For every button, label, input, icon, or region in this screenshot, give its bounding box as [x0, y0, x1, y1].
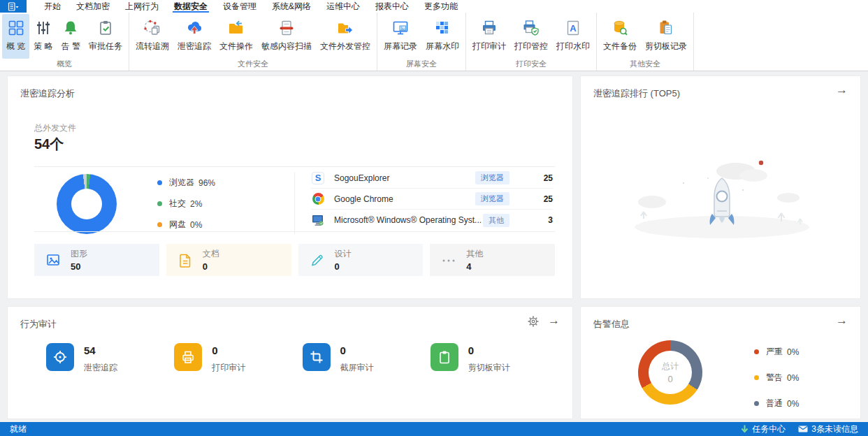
menu-item-web-behavior[interactable]: 上网行为 [117, 0, 166, 13]
app-badge: 其他 [483, 214, 509, 227]
ribbon-button-approval-tasks[interactable]: 审批任务 [85, 14, 126, 59]
legend-item-normal: 普通 0% [754, 398, 799, 409]
stat-print-audit[interactable]: 0 打印审计 [174, 343, 302, 374]
tile-label: 其他 [466, 248, 483, 260]
stat-clipboard-audit[interactable]: 0 剪切板审计 [431, 343, 558, 374]
download-arrow-icon [741, 425, 748, 433]
stat-screen-audit[interactable]: 0 截屏审计 [303, 343, 431, 374]
tile-value: 0 [335, 261, 352, 272]
ribbon-button-print-audit[interactable]: 打印审计 [468, 14, 510, 59]
menubar: 开始 文档加密 上网行为 数据安全 设备管理 系统&网络 运维中心 报表中心 更… [0, 0, 868, 13]
panel-title: 行为审计 [20, 318, 57, 330]
menu-item-ops-center[interactable]: 运维中心 [319, 0, 368, 13]
app-badge: 浏览器 [475, 192, 509, 205]
menu-item-system-network[interactable]: 系统&网络 [264, 0, 319, 13]
watermark-a-icon: A [564, 17, 582, 39]
screen-record-icon [391, 17, 410, 39]
ribbon-button-policy[interactable]: 策 略 [29, 14, 57, 59]
ellipsis-icon [441, 252, 456, 268]
menu-item-more[interactable]: 更多功能 [417, 0, 465, 13]
app-name: Microsoft® Windows® Operating Syst... [334, 215, 483, 225]
ribbon-button-print-control[interactable]: 打印管控 [510, 14, 552, 59]
policy-sliders-icon [34, 17, 52, 39]
legend-item-netdisk: 网盘 0% [157, 219, 215, 231]
stat-label: 打印审计 [212, 362, 245, 374]
app-row-sogou[interactable]: S SogouExplorer 浏览器 25 [311, 168, 553, 189]
ribbon-button-label: 打印审计 [472, 41, 506, 52]
windows-os-icon [311, 214, 325, 226]
unread-messages-button[interactable]: 3条未读信息 [798, 423, 858, 435]
app-row-chrome[interactable]: Google Chrome 浏览器 25 [311, 189, 553, 210]
legend-pct: 0% [190, 220, 202, 230]
sogou-icon: S [311, 172, 325, 184]
ribbon-button-file-ops[interactable]: 文件操作 [215, 14, 257, 59]
ribbon-button-file-outgoing[interactable]: 文件外发管控 [316, 14, 375, 59]
menu-item-start[interactable]: 开始 [36, 0, 68, 13]
menu-item-data-security[interactable]: 数据安全 [166, 0, 215, 13]
arrow-right-icon[interactable]: → [836, 83, 848, 97]
ribbon-button-flow-trace[interactable]: 流转追溯 [131, 14, 173, 59]
task-center-button[interactable]: 任务中心 [741, 423, 786, 435]
ribbon-group-label: 屏幕安全 [379, 59, 463, 72]
ribbon-button-label: 流转追溯 [136, 41, 169, 52]
legend-item-critical: 严重 0% [754, 346, 799, 358]
leak-cloud-icon [185, 17, 203, 39]
tile-graphics[interactable]: 图形 50 [34, 244, 159, 276]
stat-leak-trace[interactable]: 54 泄密追踪 [46, 343, 174, 374]
ribbon-group-label: 其他安全 [599, 59, 691, 72]
tile-other[interactable]: 其他 4 [430, 244, 555, 276]
app-row-windows[interactable]: Microsoft® Windows® Operating Syst... 其他… [311, 210, 553, 231]
legend-dot [754, 375, 759, 380]
arrow-right-icon[interactable]: → [548, 314, 560, 328]
alerts-donut-chart: 总计 0 [638, 340, 702, 405]
legend-pct: 96% [198, 178, 215, 188]
app-menu-button[interactable] [0, 0, 27, 13]
app-window: 开始 文档加密 上网行为 数据安全 设备管理 系统&网络 运维中心 报表中心 更… [0, 0, 868, 436]
ribbon-button-leak-trace[interactable]: 泄密追踪 [173, 14, 215, 59]
app-name: SogouExplorer [334, 173, 475, 183]
pixel-watermark-icon [433, 17, 451, 39]
unread-messages-label: 3条未读信息 [811, 423, 858, 435]
ribbon-button-clipboard-record[interactable]: 剪切板记录 [641, 14, 691, 59]
ribbon-button-screen-watermark[interactable]: 屏幕水印 [421, 14, 463, 59]
app-count: 3 [509, 215, 553, 225]
clipboard-doc-icon [657, 17, 675, 39]
ribbon-button-overview[interactable]: 概 览 [2, 14, 29, 59]
ribbon-button-sensitive-scan[interactable]: 敏感内容扫描 [257, 14, 316, 59]
alert-bell-icon [62, 17, 80, 39]
legend-pct: 0% [787, 399, 799, 409]
ribbon-button-print-watermark[interactable]: A 打印水印 [552, 14, 594, 59]
ribbon: 概 览 策 略 告 警 [0, 13, 868, 71]
ribbon-group-print-security: 打印审计 打印管控 A 打印水印 打印安全 [466, 13, 597, 71]
statusbar: 就绪 任务中心 3条未读信息 [0, 422, 868, 436]
legend-item-warning: 警告 0% [754, 372, 799, 384]
picture-icon [45, 252, 61, 268]
tile-value: 0 [203, 261, 219, 272]
panel-leak-trace-analysis: 泄密追踪分析 总外发文件 54个 浏览器 96% 社交 2% [7, 75, 573, 299]
task-center-label: 任务中心 [752, 423, 786, 435]
total-outgoing-label: 总外发文件 [34, 122, 76, 134]
ribbon-group-overview: 概 览 策 略 告 警 [0, 13, 129, 71]
ribbon-button-alerts[interactable]: 告 警 [57, 14, 85, 59]
approval-clipboard-icon [96, 17, 115, 39]
divider-vertical [294, 173, 295, 234]
menu-item-device-mgmt[interactable]: 设备管理 [215, 0, 264, 13]
tile-label: 设计 [335, 248, 352, 260]
tile-documents[interactable]: 文档 0 [166, 244, 291, 276]
stat-value: 0 [212, 344, 245, 356]
legend-dot [754, 349, 759, 354]
ribbon-button-file-backup[interactable]: 文件备份 [599, 14, 641, 59]
outgoing-app-list: S SogouExplorer 浏览器 25 Google Chrome 浏览器… [311, 168, 553, 231]
donut-hole: 总计 0 [649, 351, 692, 394]
legend-label: 社交 [169, 198, 186, 210]
stat-value: 0 [340, 344, 374, 356]
tile-value: 4 [466, 261, 483, 272]
menu-item-report-center[interactable]: 报表中心 [368, 0, 417, 13]
document-icon [178, 252, 193, 268]
menu-item-doc-encrypt[interactable]: 文档加密 [68, 0, 117, 13]
ribbon-button-screen-record[interactable]: 屏幕记录 [379, 14, 421, 59]
trace-legend: 浏览器 96% 社交 2% 网盘 0% [157, 177, 215, 231]
arrow-right-icon[interactable]: → [836, 314, 848, 328]
tile-design[interactable]: 设计 0 [298, 244, 424, 276]
gear-icon[interactable] [528, 316, 539, 330]
